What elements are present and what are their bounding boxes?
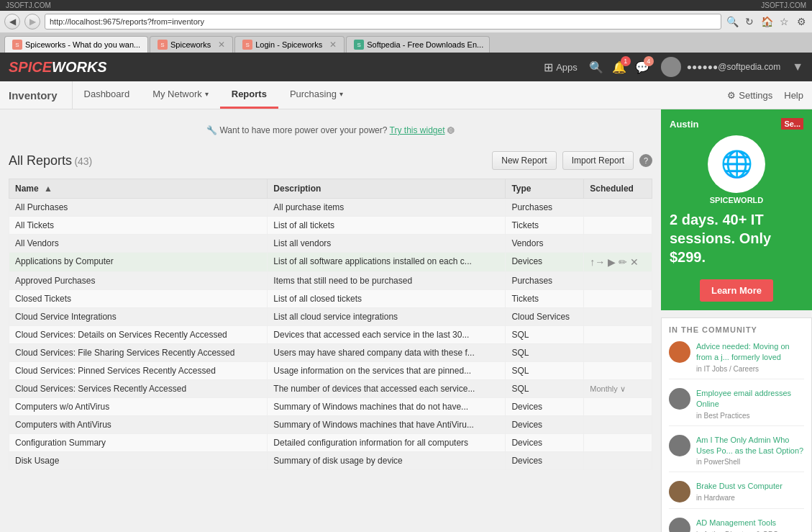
community-link-4[interactable]: Brake Dust vs Computer — [696, 481, 804, 492]
community-item: Advice needed: Moving on from a j... for… — [669, 341, 804, 379]
row-type: Tickets — [506, 217, 584, 235]
ad-header-label: Se... — [781, 118, 803, 130]
tab-label-4: Softpedia - Free Downloads En... — [367, 40, 483, 49]
widget-text: Want to have more power over your power? — [219, 125, 389, 135]
browser-settings-icon[interactable]: ⚙ — [795, 15, 808, 28]
row-name[interactable]: Cloud Services: Services Recently Access… — [9, 380, 268, 398]
home-icon[interactable]: 🏠 — [760, 15, 773, 28]
row-description: Devices that accessed each service in th… — [268, 326, 506, 344]
row-name[interactable]: Computers with AntiVirus — [9, 416, 268, 434]
reports-help-button[interactable]: ? — [639, 154, 652, 167]
widget-link[interactable]: Try this widget — [390, 125, 445, 135]
delete-action-button[interactable]: ✕ — [630, 256, 639, 268]
watermark-right: JSOFTJ.COM — [761, 1, 806, 9]
tab-close-2[interactable]: ✕ — [218, 40, 225, 50]
share-action-button[interactable]: ↑→ — [590, 256, 605, 268]
community-sub-3: in PowerShell — [696, 458, 804, 466]
row-type: SQL — [506, 362, 584, 380]
nav-item-purchasing[interactable]: Purchasing ▾ — [278, 81, 355, 109]
row-name[interactable]: Applications by Computer — [9, 253, 268, 272]
forward-button[interactable]: ▶ — [24, 14, 40, 30]
tab-close-1[interactable]: ✕ — [147, 40, 148, 50]
notification-icon[interactable]: 🔔 1 — [612, 60, 626, 74]
widget-banner: 🔧 Want to have more power over your powe… — [9, 118, 652, 143]
tab-spiceworks[interactable]: S Spiceworks ✕ — [150, 36, 233, 53]
nav-item-mynetwork[interactable]: My Network ▾ — [141, 81, 220, 109]
row-description: Users may have shared company data with … — [268, 344, 506, 362]
run-action-button[interactable]: ▶ — [608, 256, 616, 268]
row-scheduled — [584, 290, 652, 308]
table-body: All Purchases All purchase items Purchas… — [9, 199, 652, 470]
tab-softpedia[interactable]: S Softpedia - Free Downloads En... ✕ — [346, 36, 490, 53]
refresh-icon[interactable]: ↻ — [743, 15, 756, 28]
widget-icon: 🔧 — [206, 125, 217, 135]
row-description: Usage information on the services that a… — [268, 362, 506, 380]
table-row: All Purchases All purchase items Purchas… — [9, 199, 652, 217]
nav-right: ⚙ Settings Help — [727, 81, 803, 109]
row-name[interactable]: All Purchases — [9, 199, 268, 217]
row-description: Items that still need to be purchased — [268, 272, 506, 290]
row-name[interactable]: Cloud Services: Pinned Services Recently… — [9, 362, 268, 380]
table-row: Computers w/o AntiVirus Summary of Windo… — [9, 398, 652, 416]
row-type: Tickets — [506, 290, 584, 308]
row-name[interactable]: All Tickets — [9, 217, 268, 235]
bookmark-icon[interactable]: ☆ — [777, 15, 790, 28]
community-avatar-4 — [669, 481, 690, 502]
row-scheduled — [584, 344, 652, 362]
row-name[interactable]: Disk Usage — [9, 452, 268, 470]
ad-learn-more-button[interactable]: Learn More — [700, 279, 773, 302]
spiceworld-logo-icon: 🌐 — [721, 149, 753, 179]
row-description: Summary of Windows machines that have An… — [268, 416, 506, 434]
app-header: SPICEWORKS ⊞ Apps 🔍 🔔 1 💬 4 ●●●●●●@softp… — [0, 53, 812, 81]
tab-spiceworks-what[interactable]: S Spiceworks - What do you wan... ✕ — [4, 36, 148, 53]
settings-link[interactable]: ⚙ Settings — [727, 90, 772, 101]
edit-action-button[interactable]: ✏ — [619, 256, 627, 268]
row-name[interactable]: Closed Tickets — [9, 290, 268, 308]
row-name[interactable]: Cloud Services: Details on Services Rece… — [9, 326, 268, 344]
community-item: Employee email addresses Online in Best … — [669, 388, 804, 426]
col-name[interactable]: Name ▲ — [9, 179, 268, 199]
spiceworks-logo[interactable]: SPICEWORKS — [9, 59, 107, 76]
help-link[interactable]: Help — [784, 90, 803, 101]
message-icon[interactable]: 💬 4 — [635, 60, 649, 74]
row-name[interactable]: Approved Purchases — [9, 272, 268, 290]
community-link-2[interactable]: Employee email addresses Online — [696, 388, 804, 410]
row-name[interactable]: All Vendors — [9, 235, 268, 253]
back-button[interactable]: ◀ — [4, 14, 20, 30]
row-name[interactable]: Cloud Service Integrations — [9, 308, 268, 326]
import-report-button[interactable]: Import Report — [562, 151, 634, 170]
community-sub-4: in Hardware — [696, 494, 804, 502]
nav-item-dashboard[interactable]: Dashboard — [73, 81, 142, 109]
apps-grid-icon: ⊞ — [544, 60, 553, 74]
community-link-5[interactable]: AD Management Tools — [696, 518, 804, 528]
row-type: Devices — [506, 253, 584, 272]
row-type: Devices — [506, 452, 584, 470]
row-description: Summary of disk usage by device — [268, 452, 506, 470]
row-scheduled — [584, 398, 652, 416]
row-name[interactable]: Cloud Services: File Sharing Services Re… — [9, 344, 268, 362]
user-area[interactable]: ●●●●●●@softpedia.com — [661, 57, 780, 77]
row-scheduled[interactable]: Monthly ∨ — [584, 380, 652, 398]
table-row: All Tickets List of all tickets Tickets — [9, 217, 652, 235]
row-name[interactable]: Configuration Summary — [9, 434, 268, 452]
header-icons: 🔍 🔔 1 💬 4 — [589, 60, 649, 74]
widget-help-icon: ⓿ — [447, 127, 455, 135]
new-report-button[interactable]: New Report — [492, 151, 556, 170]
reports-header: All Reports (43) New Report Import Repor… — [9, 151, 652, 170]
search-header-icon[interactable]: 🔍 — [589, 60, 603, 74]
tab-login[interactable]: S Login - Spiceworks ✕ — [234, 36, 345, 53]
address-bar[interactable]: http://localhost:9675/reports?from=inven… — [45, 14, 721, 30]
row-scheduled — [584, 199, 652, 217]
schedule-monthly-link[interactable]: Monthly ∨ — [590, 384, 626, 393]
apps-label: Apps — [556, 62, 578, 73]
header-scroll-btn[interactable]: ▼ — [792, 60, 803, 73]
community-link-1[interactable]: Advice needed: Moving on from a j... for… — [696, 341, 804, 364]
ad-globe-container: 🌐 — [708, 135, 765, 193]
row-name[interactable]: Computers w/o AntiVirus — [9, 398, 268, 416]
row-type: Purchases — [506, 199, 584, 217]
community-link-3[interactable]: Am I The Only Admin Who Uses Po... as th… — [696, 435, 804, 457]
tab-close-3[interactable]: ✕ — [329, 40, 337, 50]
search-icon[interactable]: 🔍 — [726, 15, 739, 28]
apps-button[interactable]: ⊞ Apps — [544, 60, 578, 74]
nav-item-reports[interactable]: Reports — [220, 81, 278, 109]
